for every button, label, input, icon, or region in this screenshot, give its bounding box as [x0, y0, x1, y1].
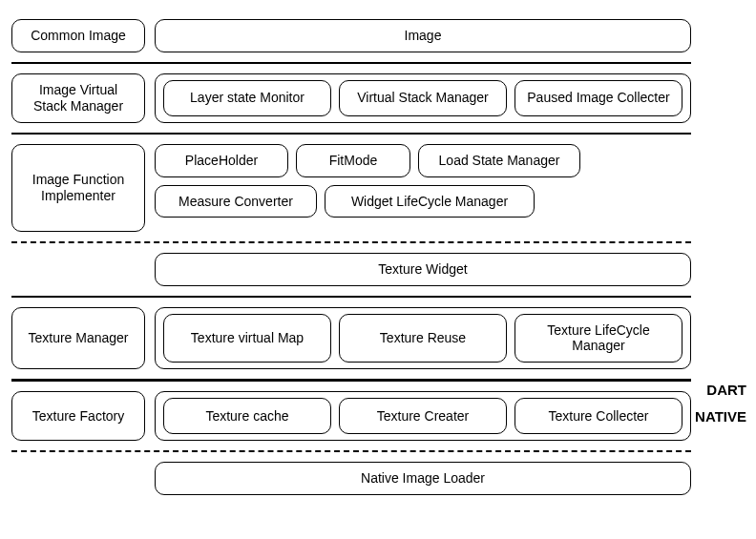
box-layer-state-monitor: Layer state Monitor [163, 80, 331, 116]
container-virtual-stack: Layer state Monitor Virtual Stack Manage… [155, 73, 691, 123]
box-texture-virtual-map: Texture virtual Map [163, 314, 331, 363]
box-paused-image-collecter: Paused Image Collecter [514, 80, 682, 116]
row-image-function-implementer: Image Function Implementer PlaceHolder F… [11, 136, 691, 239]
label-native: NATIVE [695, 408, 746, 425]
separator-dart-native [11, 379, 691, 382]
separator-dashed [11, 450, 691, 452]
box-native-image-loader: Native Image Loader [155, 462, 691, 495]
separator-dashed [11, 241, 691, 243]
box-texture-lifecycle-manager: Texture LifeCycle Manager [514, 314, 682, 363]
box-texture-reuse: Texture Reuse [339, 314, 507, 363]
box-measure-converter: Measure Converter [155, 185, 317, 218]
box-fitmode: FitMode [296, 144, 410, 177]
box-texture-widget: Texture Widget [155, 253, 691, 286]
row-impl-line1: PlaceHolder FitMode Load State Manager [155, 144, 691, 177]
separator [11, 296, 691, 298]
label-dart: DART [706, 382, 746, 398]
box-placeholder: PlaceHolder [155, 144, 288, 177]
box-texture-collecter: Texture Collecter [514, 398, 682, 434]
row-texture-widget: Texture Widget [11, 245, 691, 294]
row-image-virtual-stack-manager: Image Virtual Stack Manager Layer state … [11, 66, 691, 131]
row-texture-manager: Texture Manager Texture virtual Map Text… [11, 300, 691, 378]
box-texture-cache: Texture cache [163, 398, 331, 434]
box-virtual-stack-manager: Virtual Stack Manager [339, 80, 507, 116]
box-image-virtual-stack-manager: Image Virtual Stack Manager [11, 73, 145, 123]
box-common-image: Common Image [11, 19, 145, 52]
box-texture-manager: Texture Manager [11, 307, 145, 370]
row-common-image: Common Image Image [11, 11, 691, 60]
box-load-state-manager: Load State Manager [418, 144, 580, 177]
box-texture-creater: Texture Creater [339, 398, 507, 434]
box-texture-factory: Texture Factory [11, 391, 145, 441]
separator [11, 133, 691, 135]
box-image-function-implementer: Image Function Implementer [11, 144, 145, 232]
separator [11, 62, 691, 64]
container-texture-manager: Texture virtual Map Texture Reuse Textur… [155, 307, 691, 370]
row-native-image-loader: Native Image Loader [11, 454, 691, 503]
box-image: Image [155, 19, 691, 52]
row-texture-factory: Texture Factory Texture cache Texture Cr… [11, 384, 691, 448]
container-texture-factory: Texture cache Texture Creater Texture Co… [155, 391, 691, 441]
box-widget-lifecycle-manager: Widget LifeCycle Manager [325, 185, 535, 218]
row-impl-line2: Measure Converter Widget LifeCycle Manag… [155, 185, 691, 218]
architecture-diagram: Common Image Image Image Virtual Stack M… [11, 11, 745, 503]
